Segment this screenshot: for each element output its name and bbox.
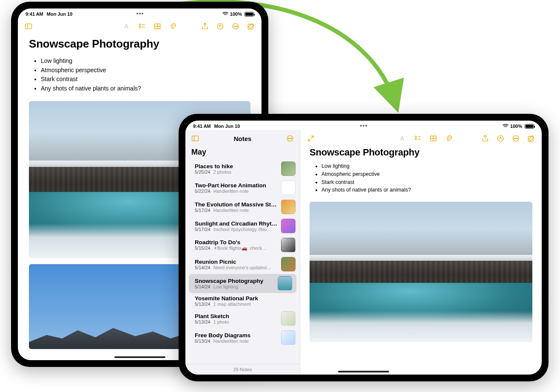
svg-rect-15 xyxy=(192,136,199,141)
list-item[interactable]: Yosemite National Park5/13/24 1 map atta… xyxy=(185,293,300,309)
list-item-thumb xyxy=(281,200,296,214)
wifi-icon xyxy=(503,124,509,128)
note-title: Snowscape Photography xyxy=(310,147,532,158)
battery-icon xyxy=(244,12,254,17)
status-time: 9:41 AM xyxy=(26,11,43,17)
ipad-landscape: 9:41 AM Mon Jun 10 100% Notes May Places… xyxy=(179,114,549,381)
multitask-dots-icon[interactable] xyxy=(136,10,144,15)
status-bar: 9:41 AM Mon Jun 10 100% xyxy=(185,121,542,130)
note-bullets: Low lighting Atmospheric perspective Sta… xyxy=(29,56,250,93)
list-item[interactable]: Places to hike5/25/24 2 photos xyxy=(185,159,300,178)
checklist-icon[interactable] xyxy=(412,133,424,144)
status-bar: 9:41 AM Mon Jun 10 100% xyxy=(18,8,262,18)
home-indicator[interactable] xyxy=(114,356,165,358)
svg-point-31 xyxy=(515,138,516,139)
svg-point-2 xyxy=(139,24,140,25)
status-time: 9:41 AM xyxy=(193,124,211,129)
list-item[interactable]: Snowscape Photography5/14/24 Low lightin… xyxy=(189,274,296,293)
list-item-thumb xyxy=(281,330,296,345)
list-item-title: Reunion Picnic xyxy=(195,259,278,265)
list-item-thumb xyxy=(281,180,296,195)
sidebar-title: Notes xyxy=(201,135,284,142)
sidebar-toggle-icon[interactable] xyxy=(23,21,34,32)
compose-icon[interactable] xyxy=(526,133,537,144)
list-item-subtitle: 5/17/24 Handwritten note xyxy=(195,208,278,213)
list-item[interactable]: Plant Sketch5/13/24 1 photo xyxy=(185,309,300,328)
multitask-dots-icon[interactable] xyxy=(360,122,367,127)
svg-point-18 xyxy=(288,138,289,139)
note-toolbar xyxy=(18,18,262,35)
expand-icon[interactable] xyxy=(305,133,316,144)
markup-icon[interactable] xyxy=(215,21,226,32)
svg-point-13 xyxy=(237,26,238,27)
list-item-subtitle: 5/17/24 #school #psychology #bio… xyxy=(195,227,278,232)
home-indicator[interactable] xyxy=(338,371,389,372)
text-format-icon[interactable] xyxy=(121,21,132,32)
svg-point-30 xyxy=(514,138,515,139)
wifi-icon xyxy=(222,12,228,16)
list-item[interactable]: Sunlight and Circadian Rhyth…5/17/24 #sc… xyxy=(185,217,300,236)
note-detail: Snowscape Photography Low lighting Atmos… xyxy=(300,130,542,375)
more-icon[interactable] xyxy=(230,21,241,32)
status-date: Mon Jun 10 xyxy=(47,11,73,17)
text-format-icon[interactable] xyxy=(397,133,408,144)
battery-icon xyxy=(525,124,534,129)
svg-rect-0 xyxy=(26,24,32,29)
list-item-title: Two-Part Horse Animation xyxy=(195,182,278,189)
list-item[interactable]: The Evolution of Massive Star…5/17/24 Ha… xyxy=(185,197,300,217)
sidebar-toggle-icon[interactable] xyxy=(190,133,201,144)
list-item-subtitle: 5/14/24 Low lighting xyxy=(195,284,274,289)
list-item-thumb xyxy=(278,276,292,290)
table-icon[interactable] xyxy=(152,21,163,32)
list-item-subtitle: 5/15/24 ✈︎Book flights🚗: check… xyxy=(195,245,278,251)
svg-point-12 xyxy=(235,26,236,27)
list-item[interactable]: Free Body Diagrams5/13/24 Handwritten no… xyxy=(185,328,300,347)
list-item-title: The Evolution of Massive Star… xyxy=(195,201,278,208)
note-photo-1[interactable] xyxy=(310,202,532,342)
sidebar-section: May xyxy=(185,147,300,159)
list-item-thumb xyxy=(281,219,296,233)
svg-point-19 xyxy=(290,138,290,139)
more-icon[interactable] xyxy=(510,133,521,144)
svg-point-4 xyxy=(139,26,140,28)
list-item-subtitle: 5/22/24 Handwritten note xyxy=(195,189,278,194)
list-item-subtitle: 5/14/24 Need everyone's updated… xyxy=(195,265,278,270)
list-item-title: Sunlight and Circadian Rhyth… xyxy=(195,220,278,227)
table-icon[interactable] xyxy=(428,133,439,144)
notes-sidebar: Notes May Places to hike5/25/24 2 photos… xyxy=(185,130,300,375)
list-item-title: Plant Sketch xyxy=(195,313,278,319)
note-title: Snowscape Photography xyxy=(29,37,250,51)
list-item-title: Yosemite National Park xyxy=(195,295,296,302)
battery-percent: 100% xyxy=(510,124,522,129)
list-item-thumb xyxy=(281,311,296,326)
list-item-thumb xyxy=(281,238,296,252)
status-date: Mon Jun 10 xyxy=(214,124,240,129)
compose-icon[interactable] xyxy=(245,21,256,32)
svg-point-21 xyxy=(415,136,416,137)
share-icon[interactable] xyxy=(480,133,491,144)
battery-percent: 100% xyxy=(230,11,242,17)
attachment-icon[interactable] xyxy=(167,21,178,32)
svg-point-32 xyxy=(517,138,518,139)
list-item-title: Places to hike xyxy=(195,163,278,169)
markup-icon[interactable] xyxy=(495,133,506,144)
list-item-subtitle: 5/13/24 1 photo xyxy=(195,319,278,324)
list-item-thumb xyxy=(281,257,296,271)
svg-point-23 xyxy=(415,138,416,140)
list-item[interactable]: Roadtrip To Do's5/15/24 ✈︎Book flights🚗:… xyxy=(185,236,300,255)
list-item-title: Snowscape Photography xyxy=(195,278,274,284)
list-item-subtitle: 5/25/24 2 photos xyxy=(195,169,278,175)
attachment-icon[interactable] xyxy=(443,133,454,144)
list-item-title: Free Body Diagrams xyxy=(195,332,278,338)
share-icon[interactable] xyxy=(199,21,210,32)
svg-point-20 xyxy=(291,138,292,139)
sidebar-footer: 29 Notes xyxy=(185,364,300,375)
list-item[interactable]: Reunion Picnic5/14/24 Need everyone's up… xyxy=(185,255,300,274)
more-icon[interactable] xyxy=(284,133,296,144)
list-item-thumb xyxy=(281,161,296,176)
note-bullets: Low lighting Atmospheric perspective Sta… xyxy=(310,162,532,194)
checklist-icon[interactable] xyxy=(136,21,148,32)
list-item-title: Roadtrip To Do's xyxy=(195,239,278,245)
list-item[interactable]: Two-Part Horse Animation5/22/24 Handwrit… xyxy=(185,178,300,197)
list-item-subtitle: 5/13/24 Handwritten note xyxy=(195,338,278,344)
